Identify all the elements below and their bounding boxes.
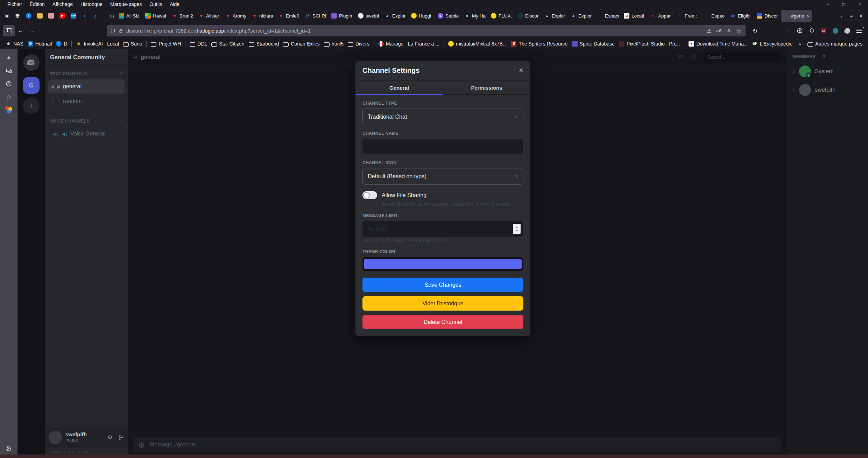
- bookmark-item[interactable]: [146, 41, 147, 47]
- tab-general[interactable]: General: [355, 81, 443, 95]
- pinned-gold-app-icon[interactable]: [34, 10, 45, 22]
- browser-tab[interactable]: f Free :: [675, 10, 701, 22]
- bookmark-item[interactable]: mistralai/Mixtral-8x7B...: [446, 41, 509, 47]
- back-button[interactable]: ←: [15, 25, 27, 36]
- pinned-d-icon[interactable]: ◗: [79, 10, 90, 22]
- message-limit-input[interactable]: [362, 221, 523, 237]
- channel-item[interactable]: ## random: [48, 94, 125, 108]
- pinned-facebook-icon[interactable]: f: [23, 10, 34, 22]
- bookmark-item[interactable]: ✉ Hotmail: [26, 41, 54, 47]
- bookmark-item[interactable]: Sprite Database: [570, 41, 617, 47]
- screen-devices-icon[interactable]: [5, 67, 13, 75]
- browser-tab[interactable]: ▲ Explor: [542, 10, 568, 22]
- save-changes-button[interactable]: Save Changes: [362, 278, 523, 292]
- clear-history-button[interactable]: Vider l'historique: [362, 296, 523, 311]
- menu-item[interactable]: Affichage: [49, 1, 77, 7]
- account-button[interactable]: [794, 25, 806, 36]
- server-menu-kebab-icon[interactable]: ⋮: [117, 54, 123, 61]
- menu-item[interactable]: Historique: [77, 1, 106, 7]
- browser-tab[interactable]: ♥ Bruni2: [169, 10, 196, 22]
- number-spinner[interactable]: [513, 224, 521, 234]
- search-input[interactable]: [704, 52, 781, 62]
- browser-tab[interactable]: ♥ Alister: [196, 10, 223, 22]
- bookmark-item[interactable]: [185, 41, 185, 47]
- history-clock-icon[interactable]: [5, 80, 13, 88]
- minimize-button[interactable]: –: [820, 0, 836, 8]
- bookmark-item[interactable]: Projet WH: [149, 41, 183, 47]
- browser-tab[interactable]: ▲ Explor: [382, 10, 409, 22]
- browser-tab[interactable]: Espace abo: [701, 10, 728, 22]
- scroll-tabs-left-button[interactable]: ‹: [90, 11, 100, 21]
- bookmark-item[interactable]: [444, 41, 444, 47]
- tab-permissions[interactable]: Permissions: [443, 81, 530, 95]
- pinned-youtube-icon[interactable]: ▶: [57, 10, 68, 22]
- ai-chatbot-icon[interactable]: ✶: [5, 54, 13, 62]
- list-tabs-button[interactable]: ∨: [856, 11, 866, 21]
- message-input[interactable]: [149, 441, 776, 448]
- bookmark-item[interactable]: DDL: [188, 41, 209, 47]
- delete-channel-button[interactable]: Delete Channel: [362, 315, 523, 329]
- bookmark-item[interactable]: ⊕ NAS: [3, 41, 26, 47]
- browser-tab[interactable]: Discor: [754, 10, 781, 22]
- channel-name-input[interactable]: [362, 139, 523, 154]
- file-sharing-toggle[interactable]: [362, 191, 377, 199]
- new-tab-button[interactable]: +: [846, 11, 856, 21]
- bookmark-item[interactable]: Mariage - La France à ...: [376, 41, 442, 47]
- browser-tab[interactable]: Hawai: [143, 10, 169, 22]
- forward-button[interactable]: →: [27, 25, 38, 36]
- firefox-view-button[interactable]: ▣: [2, 11, 12, 21]
- bookmark-item[interactable]: ◉ InvokeAI - Local: [74, 41, 121, 47]
- bookmark-star-icon[interactable]: ☆: [734, 26, 743, 35]
- member-row[interactable]: # System: [792, 65, 868, 77]
- pinned-sprite-icon[interactable]: [45, 10, 57, 22]
- bookmark-item[interactable]: html5: [322, 41, 346, 47]
- bookmarks-overflow-chevron[interactable]: »: [794, 41, 805, 47]
- other-bookmarks-folder[interactable]: Autres marque-pages: [805, 41, 865, 47]
- window-close-button[interactable]: ×: [852, 0, 868, 8]
- browser-tab[interactable]: t will: [100, 10, 116, 22]
- extension-icon-1[interactable]: [830, 25, 841, 36]
- browser-tab[interactable]: swefpi: [355, 10, 382, 22]
- bookmark-item[interactable]: Starbound: [247, 41, 281, 47]
- user-settings-gear-icon[interactable]: ⚙: [107, 434, 113, 441]
- bookmark-item[interactable]: [71, 41, 72, 47]
- browser-tab[interactable]: Discor: [515, 10, 542, 22]
- browser-tab[interactable]: P SCI RE: [302, 10, 329, 22]
- menu-item[interactable]: Aide: [166, 1, 183, 7]
- modal-close-icon[interactable]: ×: [519, 67, 523, 75]
- browser-tab[interactable]: S Stable: [435, 10, 462, 22]
- channel-type-select[interactable]: Traditional Chat ∨: [362, 109, 523, 125]
- browser-tab[interactable]: ♥ niciara: [249, 10, 276, 22]
- ublock-extension-icon[interactable]: uO: [818, 25, 830, 36]
- channel-item[interactable]: ◄)◄) Voice General: [48, 127, 125, 141]
- browser-tab[interactable]: ♥ Emie0: [276, 10, 302, 22]
- save-to-device-icon[interactable]: [704, 26, 714, 35]
- scroll-tabs-right-button[interactable]: ›: [837, 11, 846, 21]
- menu-item[interactable]: Fichier: [3, 1, 26, 7]
- tab-close-icon[interactable]: ×: [806, 13, 809, 19]
- server-icon-general-community[interactable]: G: [23, 77, 40, 94]
- bookmark-item[interactable]: Suno: [121, 41, 144, 47]
- browser-tab[interactable]: c My Ha: [462, 10, 488, 22]
- menu-item[interactable]: Marque-pages: [106, 1, 146, 7]
- bookmarks-star-icon[interactable]: ☆: [5, 93, 13, 100]
- downloads-button[interactable]: ↓: [782, 25, 794, 36]
- tracking-protection-shield-icon[interactable]: [110, 28, 115, 34]
- bookmark-item[interactable]: f D: [54, 41, 69, 47]
- server-header[interactable]: General Community ⋮: [45, 49, 128, 65]
- pinned-globe-icon[interactable]: ⊕: [12, 10, 23, 22]
- add-attachment-icon[interactable]: ⊕: [138, 441, 144, 449]
- bookmark-item[interactable]: [684, 41, 684, 47]
- menu-item[interactable]: Édition: [26, 1, 49, 7]
- browser-tab[interactable]: SL Appar: [648, 10, 675, 22]
- sidebar-toggle-button[interactable]: [3, 25, 15, 36]
- channel-icon-select[interactable]: Default (Based on type) ∨: [362, 168, 523, 185]
- browser-tab[interactable]: #genera ×: [781, 10, 812, 22]
- channel-item[interactable]: ## general: [48, 79, 125, 93]
- bookmark-item[interactable]: ♥ Download Time Mana...: [686, 41, 750, 47]
- home-discord-button[interactable]: [23, 54, 40, 71]
- browser-tab[interactable]: Plugin: [329, 10, 355, 22]
- translate-icon[interactable]: aA: [714, 26, 724, 35]
- browser-tab[interactable]: ▲ Explor: [568, 10, 595, 22]
- browser-tab[interactable]: ♥ Aromy: [223, 10, 249, 22]
